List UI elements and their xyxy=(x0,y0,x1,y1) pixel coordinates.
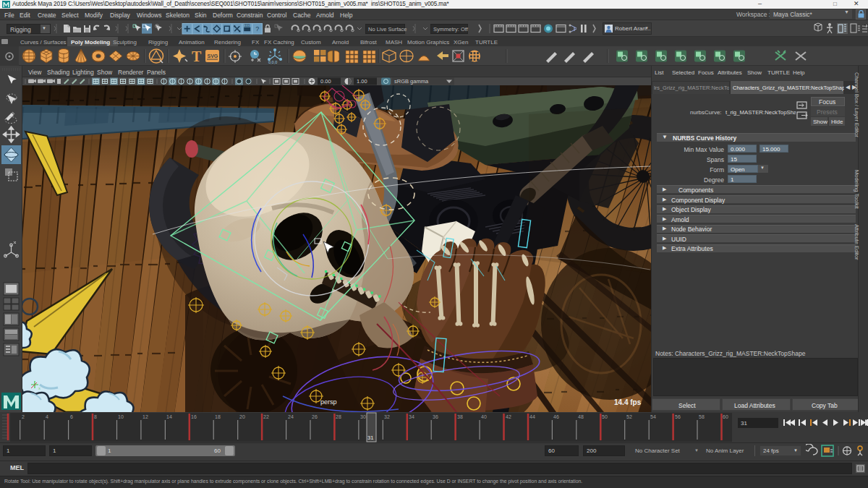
svg-text:28: 28 xyxy=(336,414,341,419)
svg-text:24: 24 xyxy=(288,414,294,419)
svg-text:T: T xyxy=(192,48,202,64)
svg-text:2: 2 xyxy=(22,414,25,419)
svg-text:26: 26 xyxy=(312,414,318,419)
svg-text:54: 54 xyxy=(650,414,656,419)
svg-text:22: 22 xyxy=(263,414,269,419)
svg-text:14: 14 xyxy=(166,414,172,419)
svg-text:31: 31 xyxy=(367,435,373,441)
svg-text:30: 30 xyxy=(360,414,366,419)
svg-text:x: x xyxy=(38,386,41,390)
svg-text:4: 4 xyxy=(46,414,48,419)
svg-text:1.00: 1.00 xyxy=(357,78,367,85)
svg-text:20: 20 xyxy=(239,414,245,419)
svg-text:SVG: SVG xyxy=(208,53,218,59)
svg-text:8: 8 xyxy=(94,414,97,419)
svg-text:50: 50 xyxy=(602,414,608,419)
svg-text:48: 48 xyxy=(578,414,584,419)
svg-text:56: 56 xyxy=(675,414,681,419)
svg-text:46: 46 xyxy=(553,414,559,419)
svg-text:0,0,0: 0,0,0 xyxy=(268,60,277,64)
svg-text:38: 38 xyxy=(457,414,463,419)
svg-text:0.00: 0.00 xyxy=(320,78,331,85)
svg-text:32: 32 xyxy=(384,414,390,419)
svg-text:58: 58 xyxy=(699,414,705,419)
svg-text:36: 36 xyxy=(433,414,438,419)
svg-text:31: 31 xyxy=(741,420,747,427)
svg-text:40: 40 xyxy=(481,414,487,419)
svg-text:sRGB gamma: sRGB gamma xyxy=(394,78,429,85)
svg-text:60: 60 xyxy=(723,414,728,419)
svg-text:44: 44 xyxy=(529,414,535,419)
svg-text:14.4 fps: 14.4 fps xyxy=(614,398,642,406)
svg-text:18: 18 xyxy=(215,414,221,419)
svg-text:10: 10 xyxy=(118,414,124,419)
svg-text:?: ? xyxy=(255,25,259,33)
svg-text:6: 6 xyxy=(70,414,73,419)
svg-text:333: 333 xyxy=(244,24,250,27)
svg-text:12: 12 xyxy=(142,414,148,419)
svg-text:16: 16 xyxy=(191,414,197,419)
svg-text:52: 52 xyxy=(626,414,632,419)
svg-text:34: 34 xyxy=(409,414,414,419)
svg-text:persp: persp xyxy=(320,398,337,406)
svg-text:42: 42 xyxy=(506,414,511,419)
